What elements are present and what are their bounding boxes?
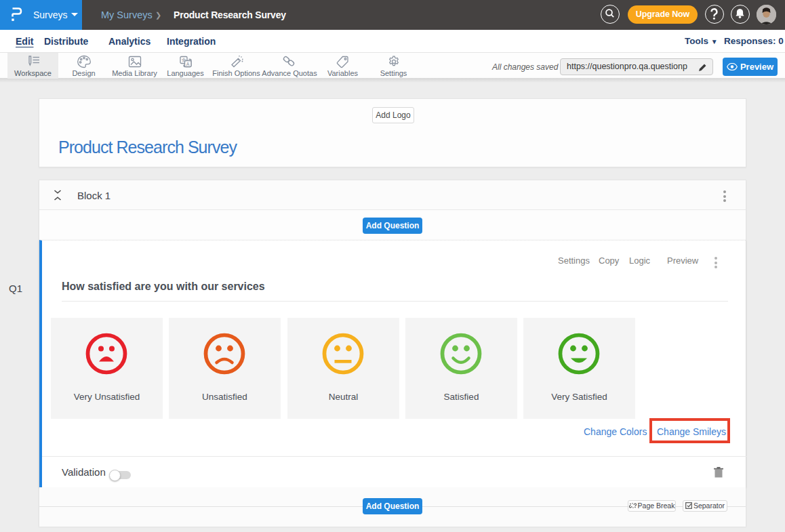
svg-text:☆: ☆ xyxy=(181,57,186,63)
svg-text:A: A xyxy=(186,62,189,66)
